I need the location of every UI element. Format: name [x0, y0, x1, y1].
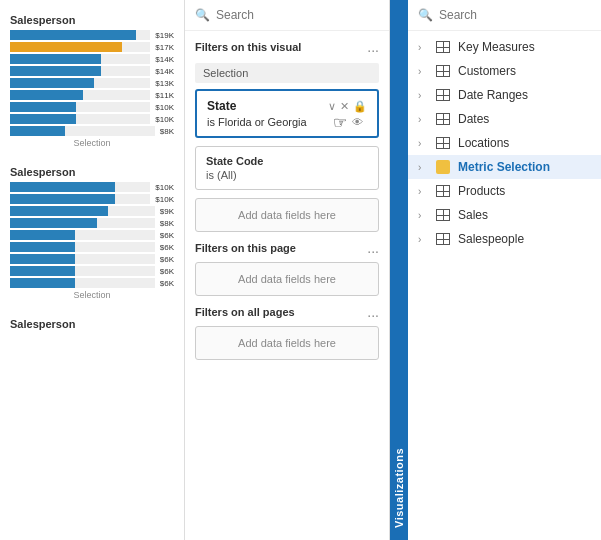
- viz-item-locations[interactable]: › Locations: [408, 131, 601, 155]
- bar-value: $8K: [160, 219, 174, 228]
- bar-track: [10, 90, 150, 100]
- viz-item-key-measures[interactable]: › Key Measures: [408, 35, 601, 59]
- bar-value: $8K: [160, 127, 174, 136]
- bar-row: $14K: [10, 54, 174, 64]
- bar-row: $6K: [10, 230, 174, 240]
- viz-label-dates: Dates: [458, 112, 591, 126]
- lock-icon[interactable]: 🔒: [353, 100, 367, 113]
- bar-row: $10K: [10, 182, 174, 192]
- chevron-icon: ›: [418, 210, 428, 221]
- right-search-icon: 🔍: [418, 8, 433, 22]
- viz-item-sales[interactable]: › Sales: [408, 203, 601, 227]
- filters-all-ellipsis[interactable]: ...: [367, 304, 379, 320]
- viz-item-date-ranges[interactable]: › Date Ranges: [408, 83, 601, 107]
- viz-label-locations: Locations: [458, 136, 591, 150]
- filters-section: Filters on this visual ... Selection Sta…: [185, 31, 389, 540]
- table-icon: [436, 89, 450, 101]
- chevron-icon: ›: [418, 90, 428, 101]
- bar-value: $6K: [160, 255, 174, 264]
- bar-row: $10K: [10, 114, 174, 124]
- chart-title-3: Salesperson: [10, 318, 174, 330]
- chevron-icon: ›: [418, 138, 428, 149]
- viz-item-products[interactable]: › Products: [408, 179, 601, 203]
- filters-visual-title: Filters on this visual: [195, 41, 301, 53]
- bar-value: $14K: [155, 67, 174, 76]
- table-icon: [436, 137, 450, 149]
- bar-value: $9K: [160, 207, 174, 216]
- add-data-btn-all[interactable]: Add data fields here: [195, 326, 379, 360]
- viz-label-customers: Customers: [458, 64, 591, 78]
- filters-page-header: Filters on this page ...: [195, 240, 379, 256]
- bar-track: [10, 42, 150, 52]
- viz-list: › Key Measures › Customers: [408, 31, 601, 540]
- bar-track: [10, 182, 150, 192]
- clear-filter-icon[interactable]: ✕: [340, 100, 349, 113]
- visualizations-tab-label[interactable]: Visualizations: [390, 0, 408, 540]
- middle-search-box: 🔍: [185, 0, 389, 31]
- table-icon: [436, 209, 450, 221]
- viz-label-salespeople: Salespeople: [458, 232, 591, 246]
- chevron-down-icon[interactable]: ∨: [328, 100, 336, 113]
- filters-page-title: Filters on this page: [195, 242, 296, 254]
- add-data-btn-visual[interactable]: Add data fields here: [195, 198, 379, 232]
- bar-track: [10, 114, 150, 124]
- bar-row: $10K: [10, 194, 174, 204]
- right-search-input[interactable]: [439, 8, 591, 22]
- chart-title-2: Salesperson: [10, 166, 174, 178]
- bar-row: $6K: [10, 278, 174, 288]
- bar-value: $10K: [155, 115, 174, 124]
- bar-value: $6K: [160, 243, 174, 252]
- viz-item-customers[interactable]: › Customers: [408, 59, 601, 83]
- filters-header: Filters on this visual ...: [195, 39, 379, 55]
- visibility-icon[interactable]: 👁: [352, 116, 363, 128]
- bar-value: $6K: [160, 231, 174, 240]
- filters-ellipsis-btn[interactable]: ...: [367, 39, 379, 55]
- right-panel: Visualizations 🔍 › Key Measures ›: [390, 0, 601, 540]
- chevron-icon: ›: [418, 114, 428, 125]
- cursor-icon: ☞: [333, 113, 347, 132]
- bar-track: [10, 66, 150, 76]
- table-icon: [436, 185, 450, 197]
- chart-section-1: Salesperson $19K $17K $14K $14K $13K $11…: [0, 8, 184, 160]
- bar-track: [10, 230, 155, 240]
- viz-label-key-measures: Key Measures: [458, 40, 591, 54]
- state-code-filter-card[interactable]: State Code is (All): [195, 146, 379, 190]
- table-icon: [436, 41, 450, 53]
- state-filter-title: State: [207, 99, 236, 113]
- chevron-icon: ›: [418, 186, 428, 197]
- bar-track: [10, 242, 155, 252]
- filters-all-header: Filters on all pages ...: [195, 304, 379, 320]
- chart-section-2: Salesperson $10K $10K $9K $8K $6K $6K $6…: [0, 160, 184, 312]
- bar-row: $14K: [10, 66, 174, 76]
- filter-card-header: State ∨ ✕ 🔒: [207, 99, 367, 113]
- bar-track: [10, 78, 150, 88]
- middle-panel: 🔍 Filters on this visual ... Selection S…: [185, 0, 390, 540]
- bar-track: [10, 194, 150, 204]
- state-filter-card[interactable]: State ∨ ✕ 🔒 is Florida or Georgia ☞ 👁: [195, 89, 379, 138]
- add-data-btn-page[interactable]: Add data fields here: [195, 262, 379, 296]
- table-icon: [436, 233, 450, 245]
- chart-section-3: Salesperson: [0, 312, 184, 340]
- viz-item-dates[interactable]: › Dates: [408, 107, 601, 131]
- left-panel: Salesperson $19K $17K $14K $14K $13K $11…: [0, 0, 185, 540]
- viz-item-metric-selection[interactable]: › Metric Selection: [408, 155, 601, 179]
- bar-row: $13K: [10, 78, 174, 88]
- right-content: 🔍 › Key Measures ›: [408, 0, 601, 540]
- bar-value: $10K: [155, 103, 174, 112]
- bar-value: $14K: [155, 55, 174, 64]
- bar-value: $10K: [155, 195, 174, 204]
- section-label-2: Selection: [10, 290, 174, 300]
- filter-card-icons: ∨ ✕ 🔒: [328, 100, 367, 113]
- viz-item-salespeople[interactable]: › Salespeople: [408, 227, 601, 251]
- state-code-filter-title: State Code: [206, 155, 368, 167]
- bar-value: $11K: [155, 91, 174, 100]
- search-icon: 🔍: [195, 8, 210, 22]
- bar-track: [10, 54, 150, 64]
- table-icon: [436, 65, 450, 77]
- chevron-icon: ›: [418, 234, 428, 245]
- chevron-icon: ›: [418, 162, 428, 173]
- bar-row: $6K: [10, 242, 174, 252]
- filters-page-ellipsis[interactable]: ...: [367, 240, 379, 256]
- middle-search-input[interactable]: [216, 8, 379, 22]
- bar-track: [10, 218, 155, 228]
